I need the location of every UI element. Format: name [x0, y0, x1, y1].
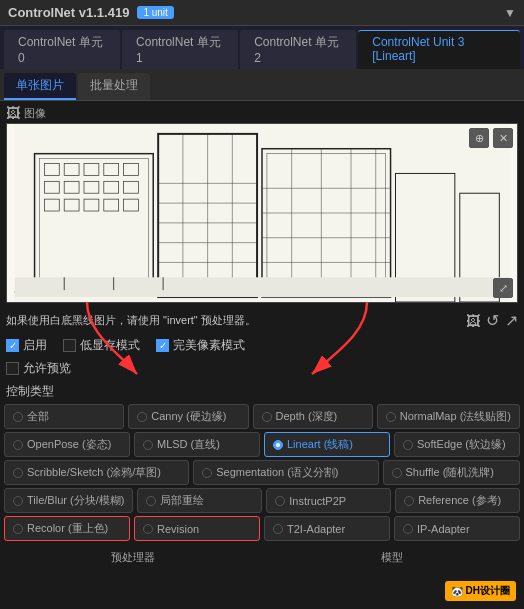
- ctrl-scribble[interactable]: Scribble/Sketch (涂鸦/草图): [4, 460, 189, 485]
- ctrl-mlsd[interactable]: MLSD (直线): [134, 432, 260, 457]
- ctrl-softedge-radio: [403, 440, 413, 450]
- control-type-label: 控制类型: [0, 380, 524, 402]
- image-tabs: 单张图片 批量处理: [0, 69, 524, 101]
- perfect-pixel-check-box[interactable]: ✓: [156, 339, 169, 352]
- ctrl-normalmap[interactable]: NormalMap (法线贴图): [377, 404, 520, 429]
- ctrl-canny[interactable]: Canny (硬边缘): [128, 404, 248, 429]
- ctrl-revision[interactable]: Revision: [134, 516, 260, 541]
- app-title: ControlNet v1.1.419: [8, 5, 129, 20]
- perfect-pixel-checkbox[interactable]: ✓ 完美像素模式: [156, 337, 245, 354]
- close-btn[interactable]: ✕: [493, 128, 513, 148]
- send-icon[interactable]: ↗: [505, 311, 518, 330]
- ctrl-instructp2p[interactable]: InstructP2P: [266, 488, 391, 513]
- ctrl-row-1: 全部 Canny (硬边缘) Depth (深度) NormalMap (法线贴…: [4, 404, 520, 429]
- ctrl-recolor-radio: [13, 524, 23, 534]
- ctrl-segmentation[interactable]: Segmentation (语义分割): [193, 460, 378, 485]
- ctrl-row-2: OpenPose (姿态) MLSD (直线) Lineart (线稿) Sof…: [4, 432, 520, 457]
- ctrl-t2i-radio: [273, 524, 283, 534]
- low-mem-check-box[interactable]: [63, 339, 76, 352]
- ctrl-all-radio: [13, 412, 23, 422]
- enable-checkbox[interactable]: ✓ 启用: [6, 337, 47, 354]
- ctrl-revision-radio: [143, 524, 153, 534]
- hint-row: 如果使用白底黑线图片，请使用 "invert" 预处理器。 🖼 ↺ ↗: [0, 307, 524, 334]
- unit-tab-3[interactable]: ControlNet Unit 3 [Lineart]: [358, 30, 520, 69]
- perfect-pixel-label: 完美像素模式: [173, 337, 245, 354]
- unit-badge: 1 unit: [137, 6, 173, 19]
- ctrl-tile-radio: [13, 496, 23, 506]
- preprocessor-label: 预处理器: [6, 550, 259, 565]
- allow-preview-row: 允许预览: [0, 357, 524, 380]
- ctrl-depth-radio: [262, 412, 272, 422]
- checkboxes-row: ✓ 启用 低显存模式 ✓ 完美像素模式: [0, 334, 524, 357]
- expand-btn[interactable]: ⤢: [493, 278, 513, 298]
- ctrl-inpaint-radio: [146, 496, 156, 506]
- tab-single[interactable]: 单张图片: [4, 73, 76, 100]
- allow-preview-label: 允许预览: [23, 360, 71, 377]
- watermark-icon: 🐼: [451, 586, 463, 597]
- header: ControlNet v1.1.419 1 unit ▼: [0, 0, 524, 26]
- ctrl-shuffle-radio: [392, 468, 402, 478]
- ctrl-all[interactable]: 全部: [4, 404, 124, 429]
- ctrl-inpaint[interactable]: 局部重绘: [137, 488, 262, 513]
- watermark-text: DH设计圈: [466, 584, 510, 598]
- ctrl-reference-radio: [404, 496, 414, 506]
- ctrl-instructp2p-radio: [275, 496, 285, 506]
- image-icon: 🖼: [6, 105, 20, 121]
- unit-tab-0[interactable]: ControlNet 单元0: [4, 30, 120, 69]
- image-section: 🖼 图像: [0, 101, 524, 307]
- unit-tab-2[interactable]: ControlNet 单元2: [240, 30, 356, 69]
- header-left: ControlNet v1.1.419 1 unit: [8, 5, 174, 20]
- ctrl-normalmap-radio: [386, 412, 396, 422]
- ctrl-row-3: Scribble/Sketch (涂鸦/草图) Segmentation (语义…: [4, 460, 520, 485]
- unit-tabs: ControlNet 单元0 ControlNet 单元1 ControlNet…: [0, 26, 524, 69]
- ctrl-mlsd-radio: [143, 440, 153, 450]
- low-mem-label: 低显存模式: [80, 337, 140, 354]
- ctrl-depth[interactable]: Depth (深度): [253, 404, 373, 429]
- image-container[interactable]: ⊕ ✕ ⤢: [6, 123, 518, 303]
- low-mem-checkbox[interactable]: 低显存模式: [63, 337, 140, 354]
- watermark: 🐼 DH设计圈: [445, 581, 516, 601]
- enable-label: 启用: [23, 337, 47, 354]
- collapse-icon[interactable]: ▼: [504, 6, 516, 20]
- hint-text: 如果使用白底黑线图片，请使用 "invert" 预处理器。: [6, 313, 256, 328]
- ctrl-ip-radio: [403, 524, 413, 534]
- ctrl-ip[interactable]: IP-Adapter: [394, 516, 520, 541]
- ctrl-softedge[interactable]: SoftEdge (软边缘): [394, 432, 520, 457]
- model-label: 模型: [265, 550, 518, 565]
- ctrl-segmentation-radio: [202, 468, 212, 478]
- image-placeholder: [7, 124, 517, 302]
- ctrl-shuffle[interactable]: Shuffle (随机洗牌): [383, 460, 520, 485]
- unit-tab-1[interactable]: ControlNet 单元1: [122, 30, 238, 69]
- tab-batch[interactable]: 批量处理: [78, 73, 150, 100]
- control-type-grid: 全部 Canny (硬边缘) Depth (深度) NormalMap (法线贴…: [0, 402, 524, 546]
- ctrl-row-4: Tile/Blur (分块/模糊) 局部重绘 InstructP2P Refer…: [4, 488, 520, 513]
- ctrl-recolor[interactable]: Recolor (重上色): [4, 516, 130, 541]
- ctrl-reference[interactable]: Reference (参考): [395, 488, 520, 513]
- ctrl-openpose-radio: [13, 440, 23, 450]
- hint-icons: 🖼 ↺ ↗: [466, 311, 518, 330]
- copy-icon[interactable]: 🖼: [466, 313, 480, 329]
- ctrl-tile[interactable]: Tile/Blur (分块/模糊): [4, 488, 133, 513]
- ctrl-row-5: Recolor (重上色) Revision T2I-Adapter IP-Ad…: [4, 516, 520, 541]
- image-controls: ⊕ ✕: [469, 128, 513, 148]
- zoom-btn[interactable]: ⊕: [469, 128, 489, 148]
- image-label: 🖼 图像: [6, 105, 518, 121]
- ctrl-openpose[interactable]: OpenPose (姿态): [4, 432, 130, 457]
- refresh-icon[interactable]: ↺: [486, 311, 499, 330]
- ctrl-lineart[interactable]: Lineart (线稿): [264, 432, 390, 457]
- ctrl-t2i[interactable]: T2I-Adapter: [264, 516, 390, 541]
- svg-rect-40: [15, 277, 509, 297]
- allow-preview-check-box[interactable]: [6, 362, 19, 375]
- ctrl-canny-radio: [137, 412, 147, 422]
- enable-check-box[interactable]: ✓: [6, 339, 19, 352]
- preprocess-row: 预处理器 模型: [0, 546, 524, 565]
- ctrl-lineart-radio: [273, 440, 283, 450]
- ctrl-scribble-radio: [13, 468, 23, 478]
- allow-preview-checkbox[interactable]: 允许预览: [6, 360, 71, 377]
